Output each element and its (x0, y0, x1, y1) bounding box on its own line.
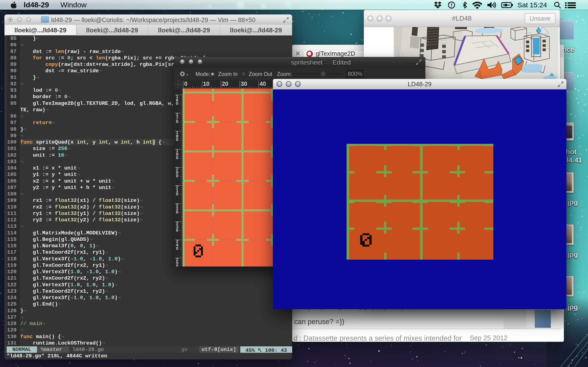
svg-text:0: 0 (184, 81, 187, 87)
svg-text:0: 0 (176, 264, 179, 267)
svg-text:0: 0 (176, 137, 179, 142)
svg-text:30: 30 (241, 81, 247, 87)
svg-text:0: 0 (176, 101, 179, 106)
svg-text:0: 0 (176, 192, 179, 196)
svg-text:0: 0 (176, 210, 179, 215)
svg-text:0: 0 (176, 119, 179, 124)
svg-text:0: 0 (176, 173, 179, 178)
svg-text:0: 0 (176, 228, 179, 233)
svg-text:20: 20 (222, 81, 228, 87)
svg-text:0: 0 (176, 155, 179, 160)
svg-text:40: 40 (259, 81, 266, 87)
svg-text:0: 0 (176, 246, 179, 251)
svg-text:10: 10 (203, 81, 209, 87)
